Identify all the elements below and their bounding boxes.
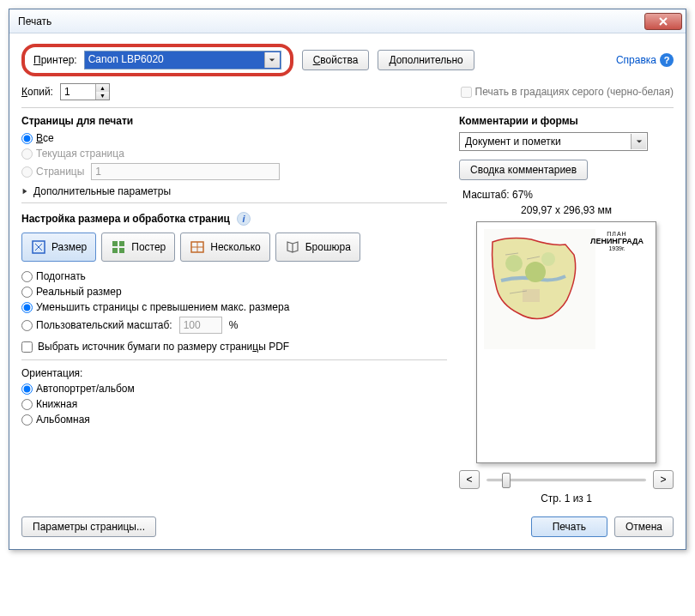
fit-label: Подогнать <box>36 270 86 282</box>
dialog-content: Принтер: Canon LBP6020 Свойства Дополнит… <box>9 33 686 549</box>
comments-title: Комментарии и формы <box>459 115 674 127</box>
titlebar: Печать <box>9 9 686 33</box>
comments-summary-button[interactable]: Сводка комментариев <box>459 160 588 180</box>
sizing-title: Настройка размера и обработка страниц <box>21 213 230 225</box>
pages-current-radio <box>21 148 33 160</box>
svg-point-10 <box>525 262 546 282</box>
pages-range-radio <box>21 166 33 178</box>
tab-size[interactable]: Размер <box>21 233 96 262</box>
spinner-buttons[interactable]: ▲▼ <box>95 84 109 100</box>
svg-rect-2 <box>119 241 124 246</box>
custom-radio[interactable] <box>21 320 33 331</box>
svg-point-11 <box>541 252 555 266</box>
preview-next-button[interactable]: > <box>653 470 674 489</box>
copies-label: Копий: <box>21 86 53 98</box>
map-preview-image <box>484 229 595 349</box>
tab-multiple[interactable]: Несколько <box>180 233 269 262</box>
close-button[interactable] <box>644 13 682 30</box>
svg-point-9 <box>505 255 523 272</box>
custom-scale-input <box>179 317 222 334</box>
multiple-icon <box>190 239 205 255</box>
actual-radio[interactable] <box>21 287 33 298</box>
printer-highlight: Принтер: Canon LBP6020 <box>21 44 293 76</box>
pages-title: Страницы для печати <box>21 115 447 127</box>
pages-range-label: Страницы <box>36 166 84 178</box>
preview-scale-label: Масштаб: 67% <box>462 189 674 201</box>
help-link[interactable]: Справка <box>616 54 656 66</box>
chevron-down-icon <box>631 134 646 149</box>
preview-dimensions: 209,97 x 296,93 мм <box>459 204 674 216</box>
printer-select[interactable]: Canon LBP6020 <box>84 51 281 69</box>
orient-auto-label: Автопортрет/альбом <box>36 383 135 395</box>
comments-select[interactable]: Документ и пометки <box>459 132 648 151</box>
page-setup-button[interactable]: Параметры страницы... <box>21 516 156 537</box>
chevron-right-icon <box>21 188 28 195</box>
pages-range-input <box>91 163 280 180</box>
tab-poster[interactable]: Постер <box>101 233 175 262</box>
copies-spinner[interactable]: ▲▼ <box>60 83 110 100</box>
tab-booklet[interactable]: Брошюра <box>275 233 360 262</box>
shrink-radio[interactable] <box>21 302 33 313</box>
preview-slider[interactable] <box>486 471 646 488</box>
window-title: Печать <box>18 15 51 27</box>
pages-current-label: Текущая страница <box>36 148 124 160</box>
custom-label: Пользовательский масштаб: <box>36 319 172 331</box>
poster-icon <box>111 239 126 255</box>
slider-thumb[interactable] <box>502 473 511 488</box>
actual-label: Реальный размер <box>36 286 122 298</box>
map-title-block: ПЛАН ЛЕНИНГРАДА 1939г. <box>587 231 647 251</box>
size-icon <box>31 239 46 255</box>
info-icon[interactable]: i <box>237 212 251 226</box>
cancel-button[interactable]: Отмена <box>614 516 674 537</box>
print-preview: ПЛАН ЛЕНИНГРАДА 1939г. <box>476 221 656 463</box>
grayscale-checkbox <box>461 87 472 98</box>
print-dialog: Печать Принтер: Canon LBP6020 Свойства Д… <box>9 9 686 550</box>
pages-all-radio[interactable] <box>21 133 33 144</box>
orient-auto-radio[interactable] <box>21 383 33 395</box>
orient-landscape-radio[interactable] <box>21 414 33 426</box>
more-options-label: Дополнительные параметры <box>33 185 171 197</box>
close-icon <box>659 17 668 26</box>
advanced-button[interactable]: Дополнительно <box>378 50 474 70</box>
booklet-icon <box>285 239 300 255</box>
more-options-toggle[interactable]: Дополнительные параметры <box>21 185 447 197</box>
page-indicator: Стр. 1 из 1 <box>459 492 674 504</box>
orientation-title: Ориентация: <box>21 367 447 379</box>
properties-button[interactable]: Свойства <box>302 50 370 70</box>
orient-portrait-label: Книжная <box>36 398 77 410</box>
copies-input[interactable] <box>61 84 95 100</box>
help-icon[interactable]: ? <box>660 53 674 67</box>
chevron-down-icon <box>264 52 280 68</box>
svg-rect-3 <box>112 248 118 253</box>
printer-label: Принтер: <box>33 54 77 66</box>
orient-portrait-radio[interactable] <box>21 399 33 410</box>
paper-source-label: Выбрать источник бумаги по размеру стран… <box>38 341 289 353</box>
grayscale-label: Печать в градациях серого (черно-белая) <box>475 86 674 98</box>
preview-prev-button[interactable]: < <box>459 470 480 489</box>
print-button[interactable]: Печать <box>531 516 607 537</box>
pages-all-label: Все <box>36 132 54 144</box>
shrink-label: Уменьшить страницы с превышением макс. р… <box>36 301 289 313</box>
svg-rect-1 <box>112 241 118 246</box>
fit-radio[interactable] <box>21 271 33 282</box>
paper-source-checkbox[interactable] <box>21 341 33 353</box>
printer-value: Canon LBP6020 <box>88 53 164 65</box>
svg-rect-4 <box>119 248 124 253</box>
orient-landscape-label: Альбомная <box>36 414 90 426</box>
